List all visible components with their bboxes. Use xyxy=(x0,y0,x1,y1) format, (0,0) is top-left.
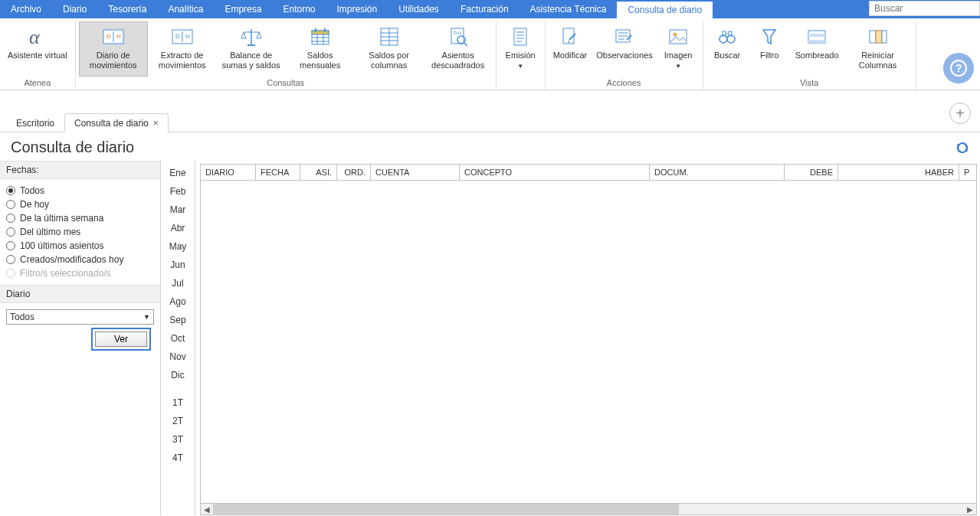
ribbon-observaciones[interactable]: Observaciones xyxy=(592,21,657,77)
ribbon-sombreado[interactable]: Sombreado xyxy=(791,21,844,77)
shade-rows-icon xyxy=(805,24,829,49)
ribbon-asientos-descuadrados[interactable]: D H Asientos descuadrados xyxy=(424,21,493,77)
menu-entorno[interactable]: Entorno xyxy=(272,0,326,18)
svg-rect-13 xyxy=(312,31,329,34)
ribbon-diario-movimientos[interactable]: DH Diario de movimientos xyxy=(79,21,148,77)
menu-diario[interactable]: Diario xyxy=(52,0,97,18)
month-jun[interactable]: Jun xyxy=(161,256,195,274)
scroll-right-icon[interactable]: ▶ xyxy=(964,505,976,514)
ribbon-label: Buscar xyxy=(714,51,740,60)
tab-label: Escritorio xyxy=(16,118,54,129)
quarter-1t[interactable]: 1T xyxy=(161,394,195,412)
note-edit-icon xyxy=(612,24,637,49)
ribbon-saldos-mensuales[interactable]: Saldos mensuales xyxy=(286,21,355,77)
ribbon-filtro[interactable]: Filtro xyxy=(749,21,791,77)
ribbon-label: Observaciones xyxy=(596,51,652,60)
search-input[interactable] xyxy=(874,3,975,14)
add-tab-button[interactable]: + xyxy=(949,103,971,124)
diario-dropdown[interactable]: Todos ▼ xyxy=(6,309,154,325)
ribbon-label: Filtro xyxy=(760,51,778,60)
ribbon-label: Modificar xyxy=(553,51,588,60)
svg-rect-52 xyxy=(808,40,825,43)
ribbon-saldos-columnas[interactable]: Saldos por columnas xyxy=(355,21,424,77)
radio-ultimo-mes[interactable]: Del último mes xyxy=(6,225,154,239)
close-icon[interactable]: × xyxy=(153,118,159,129)
month-nov[interactable]: Nov xyxy=(161,348,195,366)
svg-rect-51 xyxy=(808,34,825,37)
ribbon-imagen[interactable]: Imagen▼ xyxy=(657,21,700,77)
col-p[interactable]: P xyxy=(959,165,973,180)
menu-asistencia[interactable]: Asistencia Técnica xyxy=(519,0,618,18)
ver-button[interactable]: Ver xyxy=(95,331,147,347)
month-sep[interactable]: Sep xyxy=(161,311,195,329)
menu-utilidades[interactable]: Utilidades xyxy=(388,0,450,18)
menu-facturacion[interactable]: Facturación xyxy=(450,0,519,18)
svg-marker-49 xyxy=(763,30,775,44)
month-ago[interactable]: Ago xyxy=(161,292,195,311)
svg-rect-29 xyxy=(514,28,526,45)
menu-consulta-diario[interactable]: Consulta de diario xyxy=(617,0,713,18)
ribbon-reiniciar-columnas[interactable]: Reiniciar Columnas xyxy=(844,21,913,77)
menu-tesoreria[interactable]: Tesorería xyxy=(97,0,157,18)
col-debe[interactable]: DEBE xyxy=(785,165,838,180)
alpha-icon: α xyxy=(25,24,50,49)
menu-impresion[interactable]: Impresión xyxy=(326,0,388,18)
scroll-left-icon[interactable]: ◀ xyxy=(201,505,213,514)
ribbon-group-consultas: DH Diario de movimientos DH Extracto de … xyxy=(76,21,497,90)
tab-consulta-diario[interactable]: Consulta de diario× xyxy=(64,113,169,132)
menu-empresa[interactable]: Empresa xyxy=(214,0,272,18)
month-abr[interactable]: Abr xyxy=(161,219,195,237)
svg-rect-11 xyxy=(247,44,255,46)
ribbon-asistente-virtual[interactable]: α Asistente virtual xyxy=(3,21,72,77)
month-mar[interactable]: Mar xyxy=(161,201,195,219)
menu-analitica[interactable]: Analítica xyxy=(157,0,214,18)
ribbon-emision[interactable]: Emisión▼ xyxy=(500,21,542,77)
ribbon-buscar[interactable]: Buscar xyxy=(706,21,749,77)
month-jul[interactable]: Jul xyxy=(161,274,195,292)
ribbon-modificar[interactable]: Modificar xyxy=(549,21,592,77)
quarter-2t[interactable]: 2T xyxy=(161,412,195,430)
scroll-thumb[interactable] xyxy=(213,504,679,514)
col-ord[interactable]: ORD. xyxy=(337,165,371,180)
ribbon-extracto-movimientos[interactable]: DH Extracto de movimientos xyxy=(148,21,217,77)
ribbon-group-label: Atenea xyxy=(24,77,51,90)
col-diario[interactable]: DIARIO xyxy=(201,165,256,180)
tab-escritorio[interactable]: Escritorio xyxy=(6,113,64,132)
month-ene[interactable]: Ene xyxy=(161,164,195,182)
month-may[interactable]: May xyxy=(161,237,195,256)
col-concepto[interactable]: CONCEPTO xyxy=(460,165,650,180)
search-box[interactable] xyxy=(869,1,980,16)
month-dic[interactable]: Dic xyxy=(161,366,195,384)
horizontal-scrollbar[interactable]: ◀ ▶ xyxy=(200,503,977,515)
month-oct[interactable]: Oct xyxy=(161,329,195,348)
fechas-header: Fechas: xyxy=(0,161,160,179)
ribbon-balance-sumas[interactable]: Balance de sumas y saldos xyxy=(217,21,286,77)
ribbon-label: Asientos descuadrados xyxy=(428,51,488,70)
ribbon-group-vista: Buscar Filtro Sombreado Reiniciar Column… xyxy=(703,21,916,90)
help-icon: ? xyxy=(949,59,968,77)
col-asi[interactable]: ASI. xyxy=(300,165,337,180)
col-docum[interactable]: DOCUM. xyxy=(650,165,785,180)
col-cuenta[interactable]: CUENTA xyxy=(371,165,460,180)
quarter-4t[interactable]: 4T xyxy=(161,449,195,467)
radio-label: Del último mes xyxy=(20,227,80,237)
svg-line-28 xyxy=(464,43,467,46)
quarter-3t[interactable]: 3T xyxy=(161,430,195,449)
svg-text:H: H xyxy=(185,33,190,40)
radio-de-hoy[interactable]: De hoy xyxy=(6,198,154,211)
col-haber[interactable]: HABER xyxy=(838,165,959,180)
radio-creados-hoy[interactable]: Creados/modificados hoy xyxy=(6,253,154,266)
scroll-track[interactable] xyxy=(213,504,964,514)
grid-body[interactable] xyxy=(200,181,977,503)
menu-archivo[interactable]: Archivo xyxy=(0,0,52,18)
help-button[interactable]: ? xyxy=(943,53,974,83)
radio-100-ultimos[interactable]: 100 últimos asientos xyxy=(6,239,154,253)
refresh-button[interactable] xyxy=(955,141,969,155)
dropdown-value: Todos xyxy=(10,312,34,322)
ribbon-group-label: Consultas xyxy=(267,77,304,90)
month-feb[interactable]: Feb xyxy=(161,182,195,201)
chevron-down-icon: ▼ xyxy=(675,63,681,70)
col-fecha[interactable]: FECHA xyxy=(256,165,300,180)
radio-todos[interactable]: Todos xyxy=(6,184,154,198)
radio-ultima-semana[interactable]: De la última semana xyxy=(6,211,154,225)
